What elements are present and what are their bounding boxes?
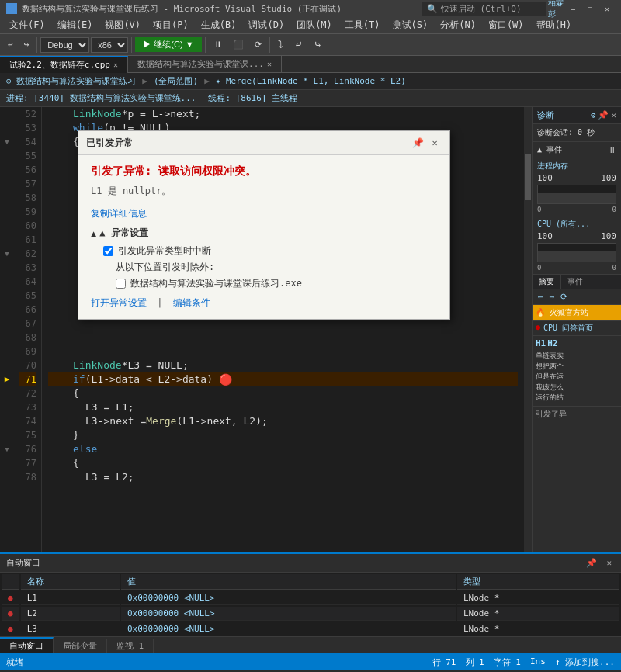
breadcrumb-project[interactable]: ⊙ 数据结构与算法实验与课堂练习 (6, 75, 136, 87)
summary-tab[interactable]: 摘要 (533, 275, 561, 289)
section-triangle: ▲ (91, 228, 96, 239)
menu-analyze[interactable]: 分析(N) (434, 17, 482, 33)
menu-view[interactable]: 视图(V) (99, 17, 147, 33)
user-label: 柏霖 彭 (548, 2, 564, 16)
tab-active-file[interactable]: 试验2.2、数据链存c.cpp ✕ (0, 56, 128, 73)
toolbar-pause[interactable]: ⏸ (209, 38, 227, 51)
dialog-close-btn[interactable]: ✕ (428, 136, 442, 150)
ln-59: 59 (19, 205, 36, 219)
ln-66: 66 (19, 303, 36, 317)
code-editor[interactable]: ▼ ▼ ▶ (0, 107, 532, 552)
exception-header: 引发了异常: 读取访问权限冲突。 (91, 165, 437, 178)
menu-debug[interactable]: 调试(D) (242, 17, 290, 33)
status-line: 行 71 (432, 656, 456, 668)
breadcrumb-function[interactable]: ✦ Merge(LinkNode * L1, LinkNode * L2) (216, 76, 406, 86)
toolbar-stepinto[interactable]: ⤶ (290, 37, 307, 52)
cpu-chart (537, 243, 616, 262)
edit-conditions-link[interactable]: 编辑条件 (173, 297, 210, 308)
csdn-banner[interactable]: 🔥 火狐官方站 (533, 305, 621, 321)
menu-build[interactable]: 生成(B) (195, 17, 243, 33)
nav-back-btn[interactable]: ← (536, 291, 546, 303)
line-numbers: 52 53 54 55 56 57 58 59 60 61 62 63 64 6… (14, 107, 42, 552)
events-tab[interactable]: 事件 (561, 275, 589, 289)
dialog-controls: 📌 ✕ (411, 136, 442, 150)
pause-button[interactable]: ⏸ (608, 145, 616, 155)
menu-tools[interactable]: 工具(T) (338, 17, 387, 33)
auto-close-btn[interactable]: ✕ (603, 557, 615, 569)
arch-dropdown[interactable]: x86 (91, 37, 128, 53)
auto-window-controls: 📌 ✕ (583, 557, 615, 569)
minimize-button[interactable]: — (565, 2, 581, 16)
code-line-71: if (L1->data < L2->data) 🔴 (48, 372, 518, 386)
diagnostic-header: 诊断 ⚙ 📌 ✕ (533, 107, 621, 124)
menu-window[interactable]: 窗口(W) (482, 17, 530, 33)
gutter-62[interactable]: ▼ (0, 247, 14, 261)
ln-72: 72 (19, 386, 36, 400)
gutter-74 (0, 414, 14, 428)
auto-tab-locals[interactable]: 局部变量 (54, 639, 107, 653)
status-add-search[interactable]: ↑ 添加到搜... (555, 656, 615, 668)
progress-info-bar: 进程: [3440] 数据结构与算法实验与课堂练... 线程: [8616] 主… (0, 90, 621, 107)
menu-edit[interactable]: 编辑(E) (51, 17, 99, 33)
auto-tab-auto[interactable]: 自动窗口 (0, 637, 54, 653)
continue-button[interactable]: ▶ 继续(C) ▼ (135, 37, 201, 52)
toolbar-undo[interactable]: ↩ (3, 38, 18, 51)
menu-help[interactable]: 帮助(H) (530, 17, 578, 33)
menu-team[interactable]: 团队(M) (290, 17, 338, 33)
dialog-pin-btn[interactable]: 📌 (411, 136, 425, 150)
nav-buttons: ← → ⟳ (533, 289, 621, 305)
search-box[interactable]: 🔍 快速启动 (Ctrl+Q) (422, 2, 546, 16)
toolbar-stepover[interactable]: ⤵ (273, 37, 288, 52)
breadcrumb-sep2: ▶ (204, 76, 210, 86)
tab-second[interactable]: 数据结构与算法实验与课堂课... ✕ (128, 56, 282, 73)
checkbox-exe-row: 数据结构与算法实验与课堂课后练习.exe (116, 277, 437, 290)
h1-label[interactable]: H1 (536, 338, 546, 348)
gutter-75 (0, 428, 14, 442)
menu-project[interactable]: 项目(P) (147, 17, 195, 33)
memory-chart (537, 185, 616, 204)
tab-close-btn[interactable]: ✕ (113, 61, 118, 69)
nav-refresh-btn[interactable]: ⟳ (558, 291, 570, 303)
gutter-54[interactable]: ▼ (0, 135, 14, 149)
breadcrumb-sep1: ▶ (142, 76, 147, 86)
diag-gear-icon[interactable]: ⚙ (591, 110, 596, 120)
diag-pin-icon[interactable]: 📌 (598, 110, 609, 120)
close-button[interactable]: ✕ (599, 2, 615, 16)
scrollbar-thumb[interactable] (525, 154, 531, 200)
exe-exception-checkbox[interactable] (116, 279, 126, 289)
status-bar: 就绪 行 71 列 1 字符 1 Ins ↑ 添加到搜... (0, 653, 621, 670)
gutter-76[interactable]: ▼ (0, 442, 14, 456)
cpu-val1: 100 (537, 231, 553, 241)
toolbar-redo[interactable]: ↪ (19, 38, 34, 51)
maximize-button[interactable]: □ (582, 2, 598, 16)
toolbar-restart[interactable]: ⟳ (250, 38, 266, 51)
tab2-close-btn[interactable]: ✕ (267, 60, 272, 68)
ln-65: 65 (19, 289, 36, 303)
toolbar-stepout[interactable]: ⤷ (309, 37, 327, 52)
menu-bar: 文件(F) 编辑(E) 视图(V) 项目(P) 生成(B) 调试(D) 团队(M… (0, 17, 621, 34)
break-on-exception-checkbox[interactable] (103, 246, 113, 256)
vs-icon (6, 3, 17, 14)
auto-pin-btn[interactable]: 📌 (583, 557, 600, 569)
gutter-55 (0, 149, 14, 163)
auto-tab-watch[interactable]: 监视 1 (107, 639, 154, 653)
menu-file[interactable]: 文件(F) (3, 17, 51, 33)
code-line-78: L3 = L2; (48, 470, 518, 484)
cpu-svg (538, 244, 616, 262)
open-exception-settings-link[interactable]: 打开异常设置 (91, 297, 147, 308)
menu-test[interactable]: 测试(S) (387, 17, 435, 33)
ln-62: 62 (19, 247, 36, 261)
copy-details-link[interactable]: 复制详细信息 (91, 207, 437, 220)
diag-close-icon[interactable]: ✕ (611, 110, 616, 120)
debug-config-dropdown[interactable]: Debug (40, 37, 89, 53)
breadcrumb-scope[interactable]: (全局范围) (154, 75, 198, 87)
h2-label[interactable]: H2 (547, 338, 557, 348)
gutter-66 (0, 303, 14, 317)
editor-scrollbar[interactable] (524, 107, 532, 552)
exe-label: 数据结构与算法实验与课堂课后练习.exe (130, 277, 302, 290)
cpu-question-link[interactable]: ● CPU 问答首页 (533, 321, 621, 336)
nav-forward-btn[interactable]: → (547, 291, 557, 303)
ln-55: 55 (19, 149, 36, 163)
ln-75: 75 (19, 428, 36, 442)
toolbar-stop[interactable]: ⬛ (228, 38, 248, 51)
